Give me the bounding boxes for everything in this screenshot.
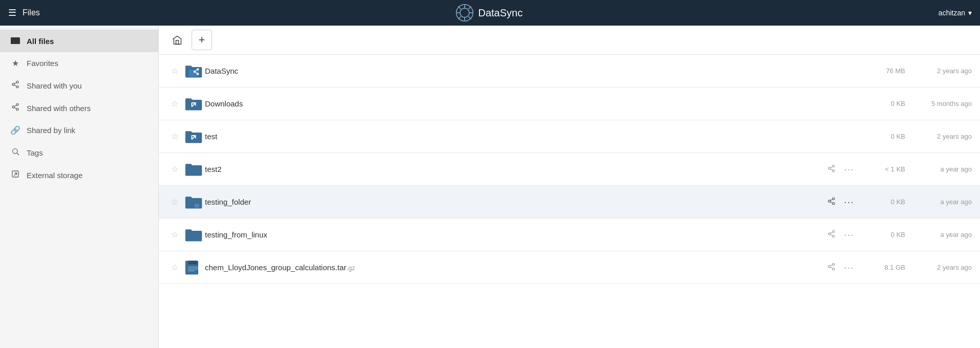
file-row[interactable]: ☆ Downloads 0 KB 5 months ago: [159, 88, 980, 120]
user-chevron-icon: ▾: [968, 9, 972, 17]
star-button[interactable]: ☆: [167, 197, 182, 207]
share-icon: [10, 80, 20, 91]
app-name: Files: [23, 8, 40, 17]
svg-point-12: [16, 81, 18, 83]
svg-point-47: [828, 233, 830, 235]
sidebar-item-shared-with-others[interactable]: Shared with others: [0, 97, 158, 119]
file-name: test2: [205, 165, 825, 173]
file-date: 2 years ago: [905, 133, 972, 140]
file-actions[interactable]: ···: [825, 227, 856, 243]
svg-point-46: [832, 230, 835, 232]
file-size: 0 KB: [864, 198, 905, 206]
file-name: test: [205, 132, 856, 141]
sidebar-item-shared-by-link-label: Shared by link: [27, 126, 75, 135]
svg-point-17: [16, 103, 18, 105]
file-type-icon: [182, 227, 205, 243]
svg-point-58: [832, 268, 835, 270]
header-logo: DataSync: [40, 4, 939, 22]
more-actions-button[interactable]: ···: [842, 161, 856, 177]
user-menu[interactable]: achitzan ▾: [939, 9, 972, 17]
file-name: chem_LloydJones_group_calculations.tar.g…: [205, 263, 825, 272]
sidebar-item-shared-by-link[interactable]: 🔗 Shared by link: [0, 119, 158, 141]
file-type-icon: [182, 259, 205, 276]
toolbar: +: [159, 26, 980, 55]
file-date: a year ago: [905, 198, 972, 206]
svg-point-13: [12, 83, 14, 85]
folder-icon: [10, 36, 20, 46]
more-actions-button[interactable]: ···: [842, 227, 856, 243]
file-row[interactable]: ☆ chem_LloydJones_group_calculations.tar…: [159, 251, 980, 284]
sidebar-item-all-files-label: All files: [27, 37, 54, 46]
svg-line-60: [830, 265, 833, 266]
svg-rect-11: [11, 37, 15, 39]
sidebar-item-shared-with-you[interactable]: Shared with you: [0, 74, 158, 97]
svg-line-44: [830, 202, 833, 203]
file-row[interactable]: ☆ test 0 KB 2 years ago: [159, 120, 980, 153]
sidebar-item-favorites[interactable]: ★ Favorites: [0, 52, 158, 74]
svg-point-1: [460, 8, 469, 17]
more-actions-button[interactable]: ···: [842, 194, 856, 210]
star-button[interactable]: ☆: [167, 99, 182, 108]
file-size: 0 KB: [864, 231, 905, 238]
header: ☰ Files DataSync achitzan ▾: [0, 0, 980, 26]
sidebar-item-external-storage[interactable]: External storage: [0, 164, 158, 186]
svg-point-19: [16, 108, 18, 111]
more-actions-button[interactable]: ···: [842, 259, 856, 275]
svg-line-25: [14, 173, 16, 176]
external-storage-icon: [10, 170, 20, 180]
star-button[interactable]: ☆: [167, 164, 182, 174]
file-date: a year ago: [905, 165, 972, 173]
share-action-button[interactable]: [825, 228, 838, 242]
star-button[interactable]: ☆: [167, 230, 182, 240]
file-row[interactable]: ☆ test2 ··· < 1 KB a year ago: [159, 153, 980, 186]
star-button[interactable]: ☆: [167, 263, 182, 272]
file-type-icon: [182, 63, 205, 79]
file-size: < 1 KB: [864, 165, 905, 173]
sidebar-item-favorites-label: Favorites: [27, 59, 58, 68]
file-row[interactable]: ☆ DataSync 76 MB 2 year: [159, 55, 980, 88]
star-button[interactable]: ☆: [167, 132, 182, 141]
svg-rect-52: [188, 260, 197, 264]
sidebar: All files ★ Favorites Shared with you Sh…: [0, 26, 159, 348]
layout: All files ★ Favorites Shared with you Sh…: [0, 26, 980, 348]
svg-point-18: [12, 106, 14, 108]
brand-logo-icon: [455, 4, 474, 22]
svg-point-42: [828, 200, 830, 202]
sidebar-item-external-storage-label: External storage: [27, 171, 82, 180]
svg-point-48: [832, 235, 835, 237]
svg-line-39: [830, 166, 833, 168]
plus-icon: +: [199, 34, 205, 46]
file-date: 5 months ago: [905, 100, 972, 107]
file-actions[interactable]: ···: [825, 194, 856, 210]
file-type-icon: [182, 96, 205, 112]
share-alt-icon: [10, 103, 20, 113]
svg-line-45: [830, 199, 833, 201]
home-button[interactable]: [167, 30, 187, 50]
file-row[interactable]: ☆ testing_from_linux ··· 0 KB a year ago: [159, 219, 980, 251]
menu-icon[interactable]: ☰: [8, 7, 16, 18]
file-size: 0 KB: [864, 100, 905, 107]
file-row[interactable]: ☆ testing_folder ··· 0 KB: [159, 186, 980, 219]
file-actions[interactable]: ···: [825, 161, 856, 177]
main-content: + ☆: [159, 26, 980, 348]
share-action-button[interactable]: [825, 195, 838, 209]
file-date: 2 years ago: [905, 67, 972, 75]
add-new-button[interactable]: +: [192, 30, 212, 50]
svg-line-16: [14, 82, 17, 84]
home-icon: [172, 35, 182, 45]
file-date: 2 years ago: [905, 264, 972, 271]
sidebar-item-all-files[interactable]: All files: [0, 30, 158, 52]
svg-line-15: [14, 85, 17, 86]
sidebar-item-tags[interactable]: Tags: [0, 141, 158, 164]
file-size: 76 MB: [864, 67, 905, 75]
sidebar-item-shared-with-you-label: Shared with you: [27, 81, 82, 90]
file-size: 8.1 GB: [864, 264, 905, 271]
file-name: testing_from_linux: [205, 230, 825, 239]
share-action-button[interactable]: [825, 162, 838, 177]
svg-rect-26: [176, 40, 179, 45]
file-name: DataSync: [205, 67, 856, 75]
file-actions[interactable]: ···: [825, 259, 856, 275]
svg-point-37: [832, 169, 835, 171]
share-action-button[interactable]: [825, 260, 838, 275]
star-button[interactable]: ☆: [167, 66, 182, 76]
